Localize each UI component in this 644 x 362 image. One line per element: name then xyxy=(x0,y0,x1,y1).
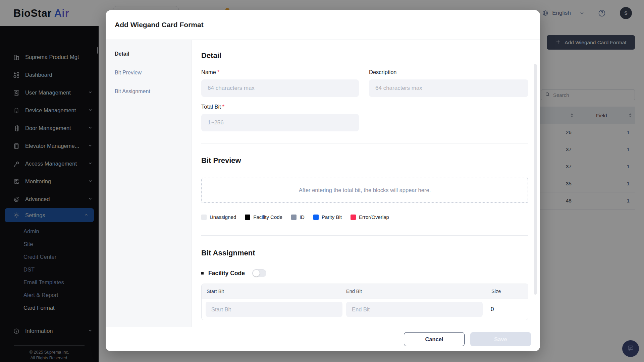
start-bit-field[interactable] xyxy=(206,302,342,317)
dialog-content: Detail Name* Description Tot xyxy=(192,40,540,327)
size-column-header: Size xyxy=(491,289,528,294)
end-bit-column-header: End Bit xyxy=(346,289,491,294)
chat-widget-button[interactable] xyxy=(622,340,639,357)
description-field[interactable] xyxy=(369,79,528,97)
legend-item-parity-bit: Parity Bit xyxy=(313,214,342,220)
bullet-icon xyxy=(201,272,204,275)
biostar-air-app: BioStar Air English S xyxy=(0,0,644,362)
dialog-header: Add Wiegand Card Format xyxy=(106,10,540,40)
bit-preview-empty-box: After entering the total bit, the blocks… xyxy=(201,178,528,203)
detail-section-heading: Detail xyxy=(201,51,528,61)
bit-preview-empty-message: After entering the total bit, the blocks… xyxy=(299,187,431,193)
legend-item-unassigned: Unassigned xyxy=(201,214,236,220)
description-label: Description xyxy=(369,68,528,76)
toggle-knob xyxy=(253,270,260,277)
legend-item-id: ID xyxy=(291,214,305,220)
name-field[interactable] xyxy=(201,79,359,97)
section-divider xyxy=(201,143,528,143)
legend-item-error-overlap: Error/Overlap xyxy=(351,214,389,220)
legend-item-facility-code: Facility Code xyxy=(245,214,282,220)
cancel-button[interactable]: Cancel xyxy=(404,332,465,346)
dialog-nav-bit-preview[interactable]: Bit Preview xyxy=(106,63,191,82)
name-label: Name* xyxy=(201,68,359,76)
add-wiegand-card-format-dialog: Add Wiegand Card Format Detail Bit Previ… xyxy=(106,10,540,351)
legend-swatch xyxy=(291,215,297,220)
facility-code-label: Facility Code xyxy=(208,270,245,277)
dialog-section-nav: Detail Bit Preview Bit Assignment xyxy=(106,40,192,327)
section-divider xyxy=(201,235,528,236)
chat-bubble-icon xyxy=(626,344,635,354)
bit-assignment-heading: Bit Assignment xyxy=(201,248,528,258)
size-value: 0 xyxy=(483,306,528,313)
legend-swatch xyxy=(351,215,356,220)
total-bit-field[interactable] xyxy=(201,114,359,131)
bit-assignment-table: Start Bit End Bit Size 0 xyxy=(201,284,528,320)
required-asterisk: * xyxy=(222,104,224,110)
dialog-nav-detail[interactable]: Detail xyxy=(106,45,191,63)
dialog-body: Detail Bit Preview Bit Assignment Detail… xyxy=(106,40,540,327)
assignment-table-row: 0 xyxy=(202,299,528,320)
legend-swatch xyxy=(313,215,319,220)
end-bit-field[interactable] xyxy=(346,302,483,317)
bit-legend: Unassigned Facility Code ID Parity Bit xyxy=(201,214,528,220)
facility-code-row: Facility Code xyxy=(201,268,528,278)
bit-preview-heading: Bit Preview xyxy=(201,156,528,166)
total-bit-label: Total Bit* xyxy=(201,103,359,110)
dialog-footer: Cancel Save xyxy=(106,327,540,351)
dialog-scrollbar[interactable] xyxy=(534,64,537,295)
facility-code-toggle[interactable] xyxy=(252,269,266,277)
dialog-nav-bit-assignment[interactable]: Bit Assignment xyxy=(106,82,191,101)
required-asterisk: * xyxy=(217,69,219,75)
legend-swatch xyxy=(245,215,250,220)
dialog-title: Add Wiegand Card Format xyxy=(115,21,204,29)
save-button[interactable]: Save xyxy=(470,332,531,346)
assignment-table-header: Start Bit End Bit Size xyxy=(202,284,528,299)
start-bit-column-header: Start Bit xyxy=(202,289,346,294)
legend-swatch xyxy=(201,215,207,220)
